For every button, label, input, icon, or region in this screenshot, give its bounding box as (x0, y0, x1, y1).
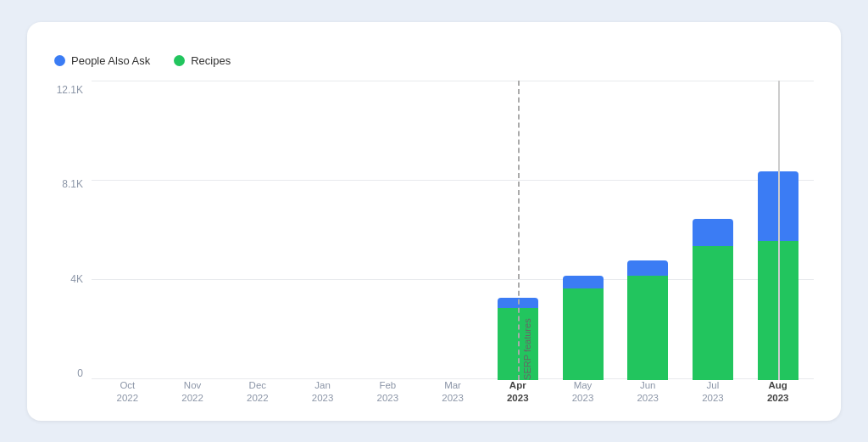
bar-group (681, 81, 746, 380)
plot-area: Oct2022Nov2022Dec2022Jan2023Feb2023Mar20… (92, 81, 814, 404)
bar-stack (498, 298, 538, 379)
y-axis-label: 8.1K (62, 178, 83, 190)
bar-group (355, 81, 420, 380)
legend-dot (174, 55, 185, 66)
x-axis-label: Jan2023 (290, 380, 355, 404)
bar-group (160, 81, 225, 380)
bar-group (485, 81, 550, 380)
bar-group (225, 81, 290, 380)
chart-card: People Also AskRecipes 12.1K8.1K4K0 Oct2… (27, 22, 841, 421)
x-axis-label: May2023 (550, 380, 615, 404)
bar-segment-recipes (758, 241, 798, 379)
legend-label: People Also Ask (71, 54, 150, 67)
y-axis-label: 4K (70, 273, 83, 285)
chart-area: 12.1K8.1K4K0 Oct2022Nov2022Dec2022Jan202… (54, 81, 814, 404)
bar-segment-recipes (693, 246, 733, 380)
legend-item: People Also Ask (54, 54, 150, 67)
bar-segment-people-also-ask (627, 260, 668, 276)
bar-group (550, 81, 615, 380)
y-axis-label: 0 (77, 367, 83, 379)
bar-stack (563, 276, 604, 380)
bar-segment-people-also-ask (758, 171, 798, 241)
chart-legend: People Also AskRecipes (54, 54, 814, 67)
bar-group (615, 81, 681, 380)
bar-group (745, 81, 810, 380)
x-axis-label: Apr2023 (485, 380, 550, 404)
bar-segment-people-also-ask (498, 298, 538, 308)
y-axis-label: 12.1K (57, 84, 83, 96)
x-axis-label: Mar2023 (420, 380, 486, 404)
legend-item: Recipes (174, 54, 231, 67)
x-axis-label: Feb2023 (355, 380, 420, 404)
bar-segment-recipes (498, 308, 538, 380)
y-axis: 12.1K8.1K4K0 (54, 81, 92, 404)
bar-group (95, 81, 160, 380)
bar-segment-recipes (563, 288, 604, 380)
x-axis-label: Aug2023 (745, 380, 810, 404)
x-axis-label: Dec2022 (225, 380, 290, 404)
bar-stack (693, 219, 733, 380)
bar-stack (627, 260, 668, 379)
bar-segment-recipes (627, 276, 668, 380)
x-axis-label: Jun2023 (615, 380, 681, 404)
bar-segment-people-also-ask (563, 276, 604, 288)
bars-container (92, 81, 814, 380)
bar-group (290, 81, 355, 380)
x-axis-label: Nov2022 (160, 380, 225, 404)
bar-segment-people-also-ask (693, 219, 733, 246)
x-axis-label: Oct2022 (95, 380, 160, 404)
x-axis-label: Jul2023 (681, 380, 746, 404)
legend-label: Recipes (191, 54, 231, 67)
x-axis: Oct2022Nov2022Dec2022Jan2023Feb2023Mar20… (92, 380, 814, 404)
bar-group (420, 81, 486, 380)
bar-stack (758, 171, 798, 379)
legend-dot (54, 55, 65, 66)
